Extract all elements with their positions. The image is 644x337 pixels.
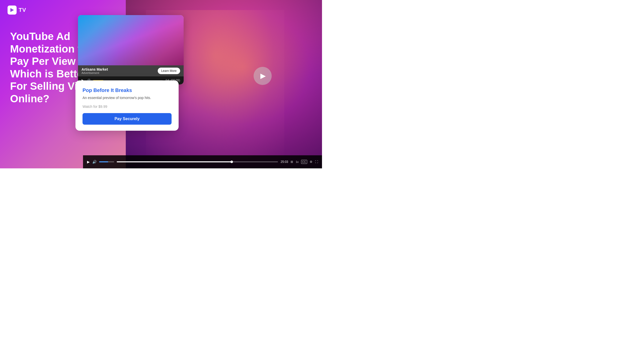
fullscreen-icon[interactable]: ⛶ (315, 160, 318, 164)
volume-icon[interactable]: 🔊 (92, 160, 97, 164)
ppv-description: An essential preview of tomorrow's pop h… (83, 95, 172, 101)
ad-info: Artisans Market Advertisement (82, 67, 108, 74)
play-icon: ▶ (260, 72, 266, 80)
neon-overlay (78, 15, 184, 65)
logo-area: TV (8, 6, 26, 15)
ppv-title: Pop Before It Breaks (83, 87, 172, 93)
ad-title: Artisans Market (82, 67, 108, 71)
cc-icon[interactable]: CC (301, 160, 307, 164)
speed-label[interactable]: 1x (296, 160, 299, 163)
ad-label: Advertisement (82, 71, 108, 74)
progress-fill (117, 161, 233, 162)
time-display: 25:03 (280, 160, 288, 164)
ppv-price: Watch for $9.99 (83, 105, 172, 109)
video-controls-bar: ▶ 🔊 25:03 ⊞ 1x CC ⚙ ⛶ (83, 155, 322, 168)
ad-bottom-bar: Artisans Market Advertisement Learn More (78, 65, 184, 76)
video-play-ctrl[interactable]: ▶ (87, 160, 90, 164)
settings-icon[interactable]: ⚙ (310, 160, 312, 164)
learn-more-button[interactable]: Learn More (158, 68, 180, 74)
video-play-button[interactable]: ▶ (254, 67, 272, 85)
ppv-card: Pop Before It Breaks An essential previe… (75, 80, 179, 131)
logo-text: TV (19, 7, 26, 13)
volume-fill (99, 161, 108, 162)
logo-icon (8, 6, 17, 15)
screenshot-icon[interactable]: ⊞ (291, 160, 293, 164)
brand-icon (9, 7, 15, 13)
progress-bar[interactable] (117, 161, 278, 162)
volume-bar[interactable] (99, 161, 114, 162)
progress-dot (230, 161, 233, 163)
ad-thumbnail (78, 15, 184, 65)
pay-securely-button[interactable]: Pay Securely (83, 113, 172, 125)
ad-card: Artisans Market Advertisement Learn More… (78, 15, 184, 84)
